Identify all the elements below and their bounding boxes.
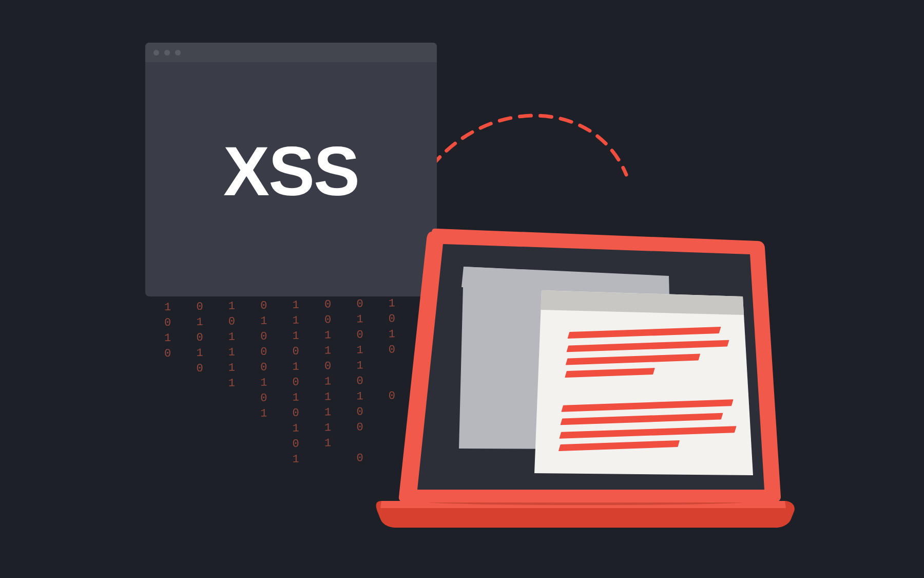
xss-label: XSS — [223, 132, 359, 211]
binary-rain: 1 0 1 0 1 0 0 1 0 0 1 0 1 1 0 1 0 1 1 0 … — [164, 296, 400, 490]
traffic-light-dot-icon — [175, 50, 181, 55]
laptop-icon — [375, 229, 800, 531]
traffic-light-dot-icon — [153, 50, 159, 55]
window-titlebar — [145, 43, 437, 62]
traffic-light-dot-icon — [164, 50, 170, 55]
